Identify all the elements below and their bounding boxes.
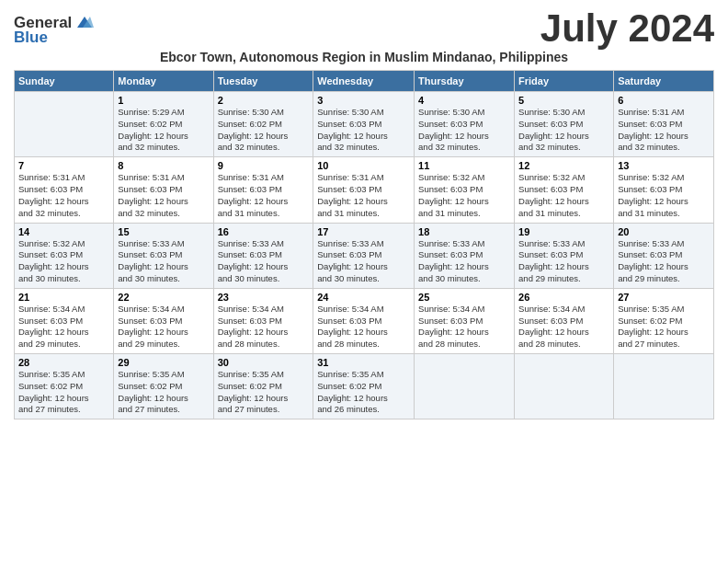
day-info: Sunrise: 5:34 AM Sunset: 6:03 PM Dayligh… — [218, 304, 310, 350]
day-number: 30 — [218, 357, 310, 368]
calendar-cell: 27Sunrise: 5:35 AM Sunset: 6:02 PM Dayli… — [614, 288, 714, 353]
day-number: 20 — [618, 226, 710, 237]
day-info: Sunrise: 5:34 AM Sunset: 6:03 PM Dayligh… — [518, 304, 609, 350]
day-number: 31 — [317, 357, 410, 368]
calendar-cell: 22Sunrise: 5:34 AM Sunset: 6:03 PM Dayli… — [114, 288, 213, 353]
day-number: 14 — [18, 226, 109, 237]
week-row-5: 28Sunrise: 5:35 AM Sunset: 6:02 PM Dayli… — [15, 354, 714, 419]
logo-blue: Blue — [14, 29, 48, 47]
calendar-cell: 10Sunrise: 5:31 AM Sunset: 6:03 PM Dayli… — [313, 157, 415, 223]
calendar-cell: 29Sunrise: 5:35 AM Sunset: 6:02 PM Dayli… — [114, 354, 213, 419]
day-number: 18 — [418, 226, 510, 237]
calendar-cell: 31Sunrise: 5:35 AM Sunset: 6:02 PM Dayli… — [313, 354, 415, 419]
calendar-cell: 4Sunrise: 5:30 AM Sunset: 6:03 PM Daylig… — [415, 92, 515, 157]
day-number: 28 — [18, 357, 109, 368]
calendar-cell: 19Sunrise: 5:33 AM Sunset: 6:03 PM Dayli… — [515, 223, 614, 288]
day-info: Sunrise: 5:34 AM Sunset: 6:03 PM Dayligh… — [317, 304, 410, 350]
day-info: Sunrise: 5:30 AM Sunset: 6:03 PM Dayligh… — [518, 107, 609, 154]
day-number: 19 — [518, 226, 609, 237]
calendar-cell: 24Sunrise: 5:34 AM Sunset: 6:03 PM Dayli… — [313, 288, 415, 353]
calendar-cell — [415, 354, 515, 419]
calendar-cell — [515, 354, 614, 419]
day-number: 13 — [618, 160, 710, 171]
day-number: 16 — [218, 226, 310, 237]
day-number: 2 — [218, 95, 310, 106]
calendar-cell: 3Sunrise: 5:30 AM Sunset: 6:03 PM Daylig… — [313, 92, 415, 157]
day-info: Sunrise: 5:33 AM Sunset: 6:03 PM Dayligh… — [317, 238, 410, 285]
calendar-cell: 17Sunrise: 5:33 AM Sunset: 6:03 PM Dayli… — [313, 223, 415, 288]
day-number: 24 — [317, 292, 410, 303]
day-info: Sunrise: 5:34 AM Sunset: 6:03 PM Dayligh… — [418, 304, 510, 350]
calendar-cell: 26Sunrise: 5:34 AM Sunset: 6:03 PM Dayli… — [515, 288, 614, 353]
day-number: 12 — [518, 160, 609, 171]
header-friday: Friday — [515, 71, 614, 92]
day-info: Sunrise: 5:34 AM Sunset: 6:03 PM Dayligh… — [18, 304, 109, 350]
day-number: 15 — [118, 226, 209, 237]
day-number: 29 — [118, 357, 209, 368]
week-row-1: 1Sunrise: 5:29 AM Sunset: 6:02 PM Daylig… — [15, 92, 714, 157]
day-number: 22 — [118, 292, 209, 303]
day-number: 17 — [317, 226, 410, 237]
calendar-cell: 13Sunrise: 5:32 AM Sunset: 6:03 PM Dayli… — [614, 157, 714, 223]
header-wednesday: Wednesday — [313, 71, 415, 92]
day-info: Sunrise: 5:31 AM Sunset: 6:03 PM Dayligh… — [18, 172, 109, 219]
day-info: Sunrise: 5:35 AM Sunset: 6:02 PM Dayligh… — [18, 369, 109, 416]
calendar-cell: 7Sunrise: 5:31 AM Sunset: 6:03 PM Daylig… — [15, 157, 114, 223]
day-number: 5 — [518, 95, 609, 106]
week-row-3: 14Sunrise: 5:32 AM Sunset: 6:03 PM Dayli… — [15, 223, 714, 288]
calendar-cell: 2Sunrise: 5:30 AM Sunset: 6:02 PM Daylig… — [213, 92, 313, 157]
day-number: 27 — [618, 292, 710, 303]
logo: General Blue — [14, 14, 94, 47]
calendar-cell: 5Sunrise: 5:30 AM Sunset: 6:03 PM Daylig… — [515, 92, 614, 157]
day-number: 9 — [218, 160, 310, 171]
header-saturday: Saturday — [614, 71, 714, 92]
calendar-cell: 12Sunrise: 5:32 AM Sunset: 6:03 PM Dayli… — [515, 157, 614, 223]
day-info: Sunrise: 5:35 AM Sunset: 6:02 PM Dayligh… — [618, 304, 710, 350]
calendar-table: SundayMondayTuesdayWednesdayThursdayFrid… — [14, 70, 714, 419]
calendar-cell: 1Sunrise: 5:29 AM Sunset: 6:02 PM Daylig… — [114, 92, 213, 157]
header: General Blue July 2024 — [14, 9, 714, 48]
calendar-cell: 16Sunrise: 5:33 AM Sunset: 6:03 PM Dayli… — [213, 223, 313, 288]
day-info: Sunrise: 5:33 AM Sunset: 6:03 PM Dayligh… — [118, 238, 209, 285]
day-info: Sunrise: 5:32 AM Sunset: 6:03 PM Dayligh… — [18, 238, 109, 285]
calendar-cell: 11Sunrise: 5:32 AM Sunset: 6:03 PM Dayli… — [415, 157, 515, 223]
day-info: Sunrise: 5:32 AM Sunset: 6:03 PM Dayligh… — [418, 172, 510, 219]
header-thursday: Thursday — [415, 71, 515, 92]
day-info: Sunrise: 5:30 AM Sunset: 6:03 PM Dayligh… — [317, 107, 410, 154]
calendar-cell: 25Sunrise: 5:34 AM Sunset: 6:03 PM Dayli… — [415, 288, 515, 353]
subtitle: Ebcor Town, Autonomous Region in Muslim … — [14, 50, 714, 64]
day-info: Sunrise: 5:32 AM Sunset: 6:03 PM Dayligh… — [518, 172, 609, 219]
day-number: 7 — [18, 160, 109, 171]
calendar-cell: 20Sunrise: 5:33 AM Sunset: 6:03 PM Dayli… — [614, 223, 714, 288]
day-number: 11 — [418, 160, 510, 171]
day-number: 6 — [618, 95, 710, 106]
day-info: Sunrise: 5:32 AM Sunset: 6:03 PM Dayligh… — [618, 172, 710, 219]
day-number: 25 — [418, 292, 510, 303]
day-number: 10 — [317, 160, 410, 171]
day-info: Sunrise: 5:33 AM Sunset: 6:03 PM Dayligh… — [618, 238, 710, 285]
day-number: 26 — [518, 292, 609, 303]
header-sunday: Sunday — [15, 71, 114, 92]
calendar-cell: 9Sunrise: 5:31 AM Sunset: 6:03 PM Daylig… — [213, 157, 313, 223]
day-info: Sunrise: 5:30 AM Sunset: 6:02 PM Dayligh… — [218, 107, 310, 154]
calendar-cell: 18Sunrise: 5:33 AM Sunset: 6:03 PM Dayli… — [415, 223, 515, 288]
day-info: Sunrise: 5:35 AM Sunset: 6:02 PM Dayligh… — [118, 369, 209, 416]
calendar-header-row: SundayMondayTuesdayWednesdayThursdayFrid… — [15, 71, 714, 92]
calendar-cell: 14Sunrise: 5:32 AM Sunset: 6:03 PM Dayli… — [15, 223, 114, 288]
day-number: 1 — [118, 95, 209, 106]
calendar-cell: 21Sunrise: 5:34 AM Sunset: 6:03 PM Dayli… — [15, 288, 114, 353]
day-info: Sunrise: 5:31 AM Sunset: 6:03 PM Dayligh… — [618, 107, 710, 154]
day-info: Sunrise: 5:31 AM Sunset: 6:03 PM Dayligh… — [317, 172, 410, 219]
calendar-cell: 28Sunrise: 5:35 AM Sunset: 6:02 PM Dayli… — [15, 354, 114, 419]
day-number: 21 — [18, 292, 109, 303]
calendar-cell: 8Sunrise: 5:31 AM Sunset: 6:03 PM Daylig… — [114, 157, 213, 223]
week-row-2: 7Sunrise: 5:31 AM Sunset: 6:03 PM Daylig… — [15, 157, 714, 223]
day-info: Sunrise: 5:31 AM Sunset: 6:03 PM Dayligh… — [218, 172, 310, 219]
day-number: 3 — [317, 95, 410, 106]
calendar-cell: 30Sunrise: 5:35 AM Sunset: 6:02 PM Dayli… — [213, 354, 313, 419]
day-info: Sunrise: 5:29 AM Sunset: 6:02 PM Dayligh… — [118, 107, 209, 154]
header-tuesday: Tuesday — [213, 71, 313, 92]
day-info: Sunrise: 5:35 AM Sunset: 6:02 PM Dayligh… — [317, 369, 410, 416]
calendar-cell — [15, 92, 114, 157]
calendar-cell: 6Sunrise: 5:31 AM Sunset: 6:03 PM Daylig… — [614, 92, 714, 157]
